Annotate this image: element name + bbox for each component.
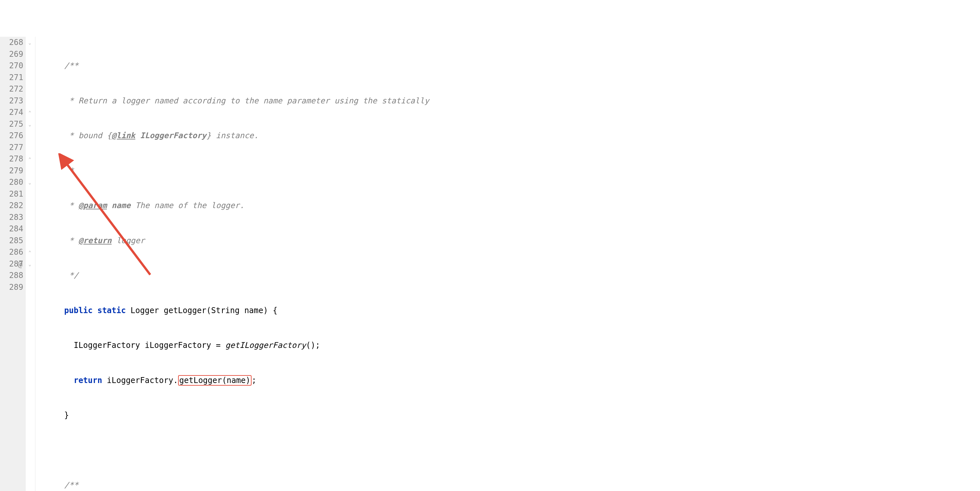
fold-icon[interactable]: ⌄ bbox=[27, 180, 32, 185]
line-number: 269 bbox=[3, 49, 23, 61]
line-number: 286 bbox=[3, 247, 23, 258]
line-number: 278 bbox=[3, 153, 23, 165]
highlight-box: getLogger(name) bbox=[178, 375, 252, 386]
code-line: * Return a logger named according to the… bbox=[45, 95, 434, 107]
line-number: 289 bbox=[3, 282, 23, 293]
svg-line-1 bbox=[65, 161, 150, 275]
code-line: */ bbox=[45, 270, 434, 282]
line-number: 275 bbox=[3, 118, 23, 130]
line-number: 268 bbox=[3, 37, 23, 49]
code-line: public static Logger getLogger(String na… bbox=[45, 305, 434, 317]
line-number: 281 bbox=[3, 188, 23, 200]
line-number: 279 bbox=[3, 165, 23, 177]
line-number: 276 bbox=[3, 130, 23, 142]
fold-icon[interactable]: ⌃ bbox=[27, 250, 32, 254]
fold-icon[interactable]: ⌃ bbox=[27, 110, 32, 115]
code-line: /** bbox=[45, 60, 434, 72]
line-number: 274 bbox=[3, 107, 23, 118]
fold-icon[interactable]: ⌄ bbox=[27, 40, 32, 45]
line-number: 272 bbox=[3, 83, 23, 95]
code-line: * bbox=[45, 165, 434, 177]
line-number: 282 bbox=[3, 200, 23, 212]
code-line: * bound {@link ILoggerFactory} instance. bbox=[45, 130, 434, 142]
code-line bbox=[45, 445, 434, 456]
fold-icon[interactable]: ⌄ bbox=[27, 122, 32, 126]
line-number: 285 bbox=[3, 235, 23, 247]
line-number: 288 bbox=[3, 270, 23, 282]
code-area[interactable]: /** * Return a logger named according to… bbox=[35, 37, 434, 491]
code-line: /** bbox=[45, 480, 434, 491]
code-line: ILoggerFactory iLoggerFactory = getILogg… bbox=[45, 340, 434, 352]
line-number: 271 bbox=[3, 72, 23, 84]
code-line: } bbox=[45, 410, 434, 421]
fold-icon[interactable]: ⌃ bbox=[27, 156, 32, 161]
fold-gutter: @ ⌄⌃⌄⌃⌄⌃⌄ bbox=[25, 37, 35, 491]
line-number: 283 bbox=[3, 212, 23, 223]
line-number: 280 bbox=[3, 177, 23, 188]
code-editor[interactable]: 2682692702712722732742752762772782792802… bbox=[0, 37, 980, 491]
code-line: * @param name The name of the logger. bbox=[45, 200, 434, 212]
line-number: 277 bbox=[3, 142, 23, 154]
line-number: 273 bbox=[3, 95, 23, 107]
code-line: * @return logger bbox=[45, 235, 434, 247]
code-line: return iLoggerFactory.getLogger(name); bbox=[45, 375, 434, 387]
line-number: 270 bbox=[3, 60, 23, 72]
fold-icon[interactable]: ⌄ bbox=[27, 261, 32, 266]
annotation-at-icon: @ bbox=[18, 260, 22, 269]
line-number: 284 bbox=[3, 223, 23, 235]
